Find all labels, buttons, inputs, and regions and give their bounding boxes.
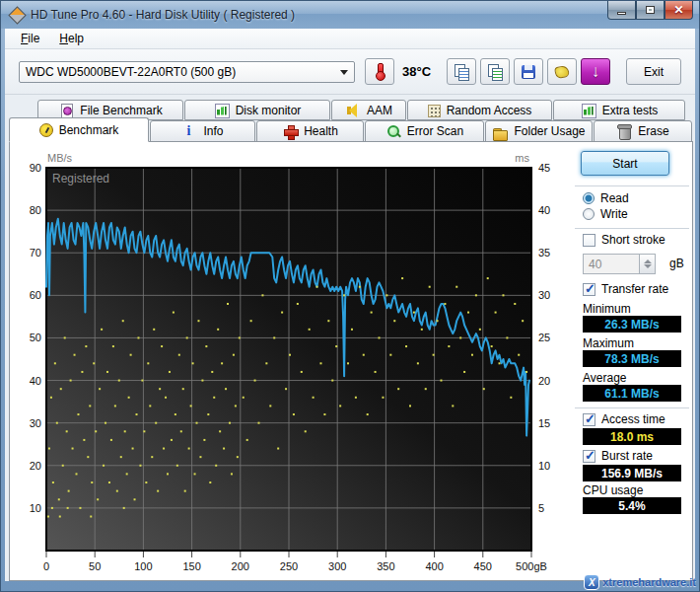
cpu-usage-value: 5.4% [583,497,681,514]
health-cross-icon [282,123,298,139]
menu-bar: File Help [5,29,695,49]
svg-text:45: 45 [538,162,550,174]
tab-extra-tests[interactable]: Extra tests [553,100,685,120]
trash-icon [616,123,632,139]
exit-button[interactable]: Exit [626,58,681,85]
thermometer-icon [376,63,384,81]
magnifier-icon [385,123,401,139]
svg-text:20: 20 [538,375,550,387]
tab-label: Folder Usage [514,124,585,138]
temperature-value: 38°C [402,64,431,79]
access-time-value: 18.0 ms [583,428,681,445]
close-icon: ✕ [673,3,683,17]
svg-text:50: 50 [89,560,101,572]
write-option[interactable]: Write [583,207,628,221]
svg-text:20: 20 [30,460,41,472]
access-time-checkbox[interactable] [583,413,595,426]
copy-image-icon [487,64,503,80]
watermark-text: xtremehardware.it [602,576,696,588]
app-icon [9,7,25,23]
tab-benchmark[interactable]: Benchmark [9,117,149,142]
copy-image-button[interactable] [480,58,510,85]
short-stroke-spinner[interactable] [640,254,656,274]
burst-rate-option[interactable]: Burst rate [583,449,653,463]
minimize-icon [617,12,626,15]
menu-file[interactable]: File [13,30,47,47]
benchmark-chart: MB/smsRegistered908070605040302010454035… [26,151,568,577]
svg-text:40: 40 [30,375,41,387]
average-label: Average [583,371,626,385]
separator [575,185,689,186]
svg-text:200: 200 [232,560,249,572]
maximize-button[interactable] [636,1,665,20]
write-radio[interactable] [583,208,595,220]
copy-text-button[interactable] [447,58,476,85]
short-stroke-input[interactable]: 40 [583,254,640,274]
short-stroke-checkbox[interactable] [583,234,595,247]
transfer-rate-label: Transfer rate [601,282,668,296]
title-bar: HD Tune Pro 4.60 - Hard Disk Utility ( R… [1,1,699,29]
minimize-button[interactable] [607,1,636,20]
save-icon [522,65,535,79]
burst-rate-checkbox[interactable] [583,450,595,463]
menu-help[interactable]: Help [51,30,92,47]
short-stroke-label: Short stroke [601,233,665,247]
benchmark-controls: Start Read Write Short stroke 40 gB [575,142,691,580]
tab-erase[interactable]: Erase [594,120,692,142]
tab-folder-usage[interactable]: Folder Usage [485,120,593,142]
xtremehardware-logo-icon: X [584,574,599,590]
svg-text:450: 450 [474,560,492,572]
svg-text:10: 10 [30,502,41,514]
tab-aam[interactable]: AAM [331,100,406,120]
minimum-value: 26.3 MB/s [583,316,681,333]
read-option[interactable]: Read [583,191,629,205]
drive-dropdown[interactable]: WDC WD5000BEVT-22A0RT0 (500 gB) [19,61,355,83]
update-button[interactable]: ↓ [581,58,610,85]
maximum-label: Maximum [583,336,634,350]
close-button[interactable]: ✕ [665,1,693,20]
tab-zone: File Benchmark Disk monitor AAM Random A… [5,95,695,581]
screenshot-button[interactable] [547,58,577,85]
access-time-option[interactable]: Access time [583,412,665,426]
tab-health[interactable]: Health [256,120,364,142]
svg-text:30: 30 [538,289,550,301]
transfer-rate-checkbox[interactable] [583,283,595,296]
tab-info[interactable]: Info [150,120,255,142]
folder-icon [492,125,508,141]
disk-monitor-icon [214,103,230,118]
average-value: 61.1 MB/s [583,385,681,402]
svg-text:15: 15 [538,417,550,429]
svg-text:350: 350 [377,560,394,572]
extra-tests-icon [581,103,596,118]
exit-button-label: Exit [644,65,664,79]
short-stroke-option[interactable]: Short stroke [583,233,665,247]
svg-text:ms: ms [515,152,529,164]
chevron-down-icon [340,70,348,75]
svg-text:300: 300 [328,560,346,572]
drive-dropdown-value: WDC WD5000BEVT-22A0RT0 (500 gB) [26,65,236,79]
svg-text:70: 70 [30,247,41,259]
tab-disk-monitor[interactable]: Disk monitor [184,100,330,120]
save-screenshot-button[interactable] [514,58,543,85]
svg-text:500gB: 500gB [516,560,547,572]
start-button-label: Start [612,157,637,171]
maximize-icon [646,6,655,14]
tab-row-primary: Benchmark Info Health Error Scan Folder … [9,120,692,142]
info-icon [181,123,197,139]
read-radio[interactable] [583,192,595,204]
start-button[interactable]: Start [581,151,669,176]
tab-label: Extra tests [602,104,659,117]
burst-rate-label: Burst rate [601,449,653,463]
temperature-button[interactable] [365,58,394,85]
svg-text:250: 250 [280,560,298,572]
maximum-value: 78.3 MB/s [583,350,681,367]
svg-text:50: 50 [30,332,41,343]
tab-label: File Benchmark [80,104,162,117]
svg-text:25: 25 [538,332,550,343]
transfer-rate-option[interactable]: Transfer rate [583,282,668,296]
svg-text:5: 5 [538,502,544,514]
tab-random-access[interactable]: Random Access [407,100,552,120]
tab-error-scan[interactable]: Error Scan [365,120,484,142]
download-arrow-icon: ↓ [592,63,600,80]
random-access-icon [428,105,441,117]
